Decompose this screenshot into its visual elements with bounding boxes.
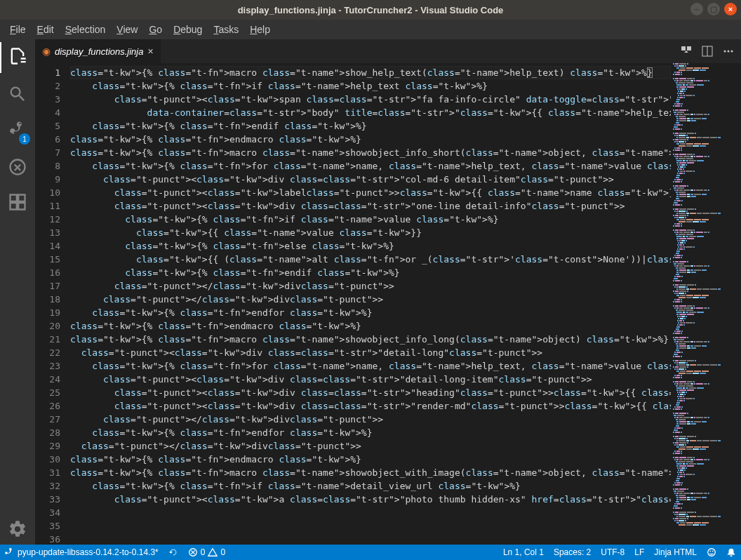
tab-close-icon[interactable]: × (147, 46, 153, 57)
code-content[interactable]: class="t-kw">{% class="t-fn">macro class… (70, 63, 671, 545)
minimap[interactable] (671, 63, 741, 545)
warning-icon (208, 547, 218, 557)
tab-display-functions[interactable]: ◉ display_functions.jinja × (35, 39, 161, 63)
menu-debug[interactable]: Debug (168, 21, 208, 38)
menu-tasks[interactable]: Tasks (208, 21, 244, 38)
status-sync[interactable] (163, 547, 183, 557)
status-indent[interactable]: Spaces: 2 (549, 547, 596, 557)
menu-help[interactable]: Help (244, 21, 276, 38)
activity-bar: 1 (0, 39, 35, 545)
branch-icon (5, 547, 15, 557)
open-changes-icon[interactable] (681, 46, 692, 57)
sync-icon (168, 547, 178, 557)
window-controls: – ▢ × (690, 3, 737, 15)
svg-point-7 (709, 550, 711, 552)
feedback-icon (707, 547, 716, 557)
menu-go[interactable]: Go (143, 21, 168, 38)
menu-file[interactable]: File (4, 21, 32, 38)
line-number-gutter: 1234567891011121314151617181920212223242… (35, 63, 70, 545)
status-encoding[interactable]: UTF-8 (596, 547, 629, 557)
settings-icon[interactable] (8, 519, 27, 539)
explorer-icon[interactable] (8, 46, 27, 66)
extensions-icon[interactable] (8, 192, 27, 212)
status-branch[interactable]: pyup-update-libsass-0.14.2-to-0.14.3* (0, 547, 163, 557)
close-button[interactable]: × (724, 3, 737, 15)
tab-bar: ◉ display_functions.jinja × (35, 39, 741, 63)
status-bell[interactable] (721, 547, 741, 557)
menu-view[interactable]: View (111, 21, 143, 38)
menu-selection[interactable]: Selection (60, 21, 112, 38)
split-editor-icon[interactable] (702, 46, 713, 57)
status-cursor[interactable]: Ln 1, Col 1 (498, 547, 549, 557)
editor-body[interactable]: 1234567891011121314151617181920212223242… (35, 63, 741, 545)
scm-badge: 1 (19, 133, 30, 145)
error-icon (188, 547, 198, 557)
activity-indicator (0, 42, 1, 73)
menu-edit[interactable]: Edit (32, 21, 60, 38)
editor-area: ◉ display_functions.jinja × 123456789101… (35, 39, 741, 545)
editor-actions (681, 39, 741, 63)
bell-icon (726, 547, 736, 557)
search-icon[interactable] (8, 84, 27, 104)
svg-point-2 (724, 51, 726, 53)
svg-point-6 (708, 549, 716, 556)
status-smiley[interactable] (702, 547, 721, 557)
jinja-file-icon: ◉ (42, 46, 51, 57)
status-problems[interactable]: 0 0 (183, 547, 230, 557)
svg-point-3 (728, 51, 730, 53)
more-actions-icon[interactable] (723, 46, 734, 57)
status-bar: pyup-update-libsass-0.14.2-to-0.14.3* 0 … (0, 545, 741, 560)
title-bar: display_functions.jinja - TutorCruncher2… (0, 0, 741, 20)
status-eol[interactable]: LF (629, 547, 649, 557)
maximize-button[interactable]: ▢ (707, 3, 720, 15)
debug-icon[interactable] (8, 157, 27, 177)
menu-bar: File Edit Selection View Go Debug Tasks … (0, 20, 741, 39)
svg-point-4 (731, 51, 733, 53)
minimize-button[interactable]: – (690, 3, 703, 15)
status-language[interactable]: Jinja HTML (649, 547, 702, 557)
window-title: display_functions.jinja - TutorCruncher2… (238, 5, 504, 15)
svg-point-8 (712, 550, 714, 552)
tab-label: display_functions.jinja (55, 46, 143, 57)
